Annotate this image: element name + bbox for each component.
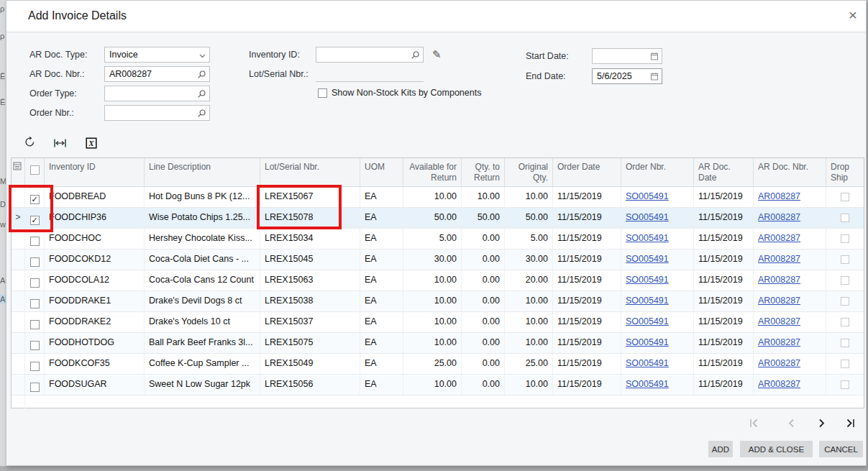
order-nbr-link[interactable]: SO005491 (626, 254, 669, 264)
cell-drop-ship[interactable] (826, 375, 864, 395)
ar-doc-nbr-link[interactable]: AR008287 (758, 379, 800, 389)
lot-serial-input[interactable] (316, 66, 424, 82)
table-row[interactable]: FOODCHOCHershey Chocolate Kiss...LREX150… (12, 229, 864, 250)
order-nbr-link[interactable]: SO005491 (626, 233, 669, 243)
order-type-input[interactable] (104, 86, 210, 101)
col-header-ar-doc-date[interactable]: AR Doc. Date (694, 158, 754, 186)
row-checkbox[interactable] (25, 333, 45, 353)
ar-doc-nbr-link[interactable]: AR008287 (758, 358, 800, 368)
show-non-stock-kits-checkbox[interactable] (318, 88, 327, 98)
col-header-available-for-return[interactable]: Available for Return (403, 158, 462, 186)
row-checkbox[interactable] (25, 354, 45, 374)
svg-text:X: X (88, 139, 94, 147)
ar-doc-nbr-link[interactable]: AR008287 (758, 275, 800, 285)
col-header-ar-doc-nbr[interactable]: AR Doc. Nbr. (754, 158, 826, 186)
order-nbr-link[interactable]: SO005491 (626, 191, 669, 201)
col-header-qty-to-return[interactable]: Qty. to Return (462, 158, 505, 186)
cell-uom: EA (360, 375, 403, 395)
col-header-drop-ship[interactable]: Drop Ship (826, 158, 864, 186)
cell-uom: EA (360, 270, 403, 291)
cell-drop-ship[interactable] (826, 208, 864, 228)
table-row[interactable]: ✓FOODBREADHot Dog Buns 8 PK (12...LREX15… (12, 187, 864, 208)
ar-doc-nbr-link[interactable]: AR008287 (758, 254, 800, 264)
col-header-order-nbr[interactable]: Order Nbr. (621, 158, 694, 186)
export-to-excel-button[interactable]: X (84, 136, 99, 150)
row-checkbox[interactable] (25, 291, 45, 311)
table-row[interactable]: FOODDRAKE2Drake's Yodels 10 ctLREX15037E… (12, 312, 864, 333)
row-checkbox[interactable] (25, 312, 45, 332)
ar-doc-nbr-link[interactable]: AR008287 (758, 337, 800, 347)
col-header-order-date[interactable]: Order Date (553, 158, 621, 186)
table-row[interactable]: FOODDRAKE1Drake's Devil Dogs 8 ctLREX150… (12, 291, 864, 312)
ar-doc-type-select[interactable]: Invoice (104, 47, 210, 63)
row-checkbox[interactable] (25, 250, 45, 270)
col-header-original-qty[interactable]: Original Qty. (505, 158, 553, 186)
table-row[interactable]: >✓FOODCHIP36Wise Potato Chips 1.25...LRE… (12, 208, 864, 229)
ar-doc-nbr-link[interactable]: AR008287 (758, 233, 800, 243)
first-page-button[interactable] (746, 416, 762, 430)
next-page-button[interactable] (813, 416, 829, 430)
cell-drop-ship[interactable] (826, 291, 864, 311)
inventory-id-input[interactable] (316, 47, 424, 63)
refresh-button[interactable] (22, 134, 37, 149)
background-fragment: M (0, 177, 6, 186)
cancel-button[interactable]: CANCEL (819, 441, 863, 457)
col-header-uom[interactable]: UOM (360, 158, 403, 186)
order-nbr-link[interactable]: SO005491 (626, 316, 669, 326)
last-page-button[interactable] (842, 416, 858, 430)
select-all-checkbox[interactable] (25, 158, 45, 186)
start-date-input[interactable] (592, 48, 662, 64)
order-nbr-link[interactable]: SO005491 (626, 275, 669, 285)
cell-drop-ship[interactable] (826, 333, 864, 353)
cell-order-nbr: SO005491 (621, 333, 694, 353)
fit-to-width-button[interactable] (52, 136, 67, 150)
table-row[interactable]: FOODCOKD12Coca-Cola Diet Cans - ...LREX1… (12, 250, 864, 270)
row-checkbox[interactable] (25, 229, 45, 249)
previous-page-icon (785, 417, 798, 429)
add-and-close-button[interactable]: ADD & CLOSE (740, 441, 813, 457)
table-row[interactable]: FOODCOLA12Coca-Cola Cans 12 CountLREX150… (12, 270, 864, 291)
ar-doc-nbr-link[interactable]: AR008287 (758, 316, 800, 326)
order-nbr-link[interactable]: SO005491 (626, 358, 669, 368)
row-checkbox[interactable]: ✓ (25, 208, 45, 228)
show-non-stock-kits-option[interactable]: Show Non-Stock Kits by Components (318, 88, 481, 98)
previous-page-button[interactable] (783, 416, 799, 430)
add-button[interactable]: ADD (708, 441, 733, 457)
order-nbr-link[interactable]: SO005491 (626, 212, 669, 222)
table-row[interactable]: FOODKCOF35Coffee K-Cup Sampler ...LREX15… (12, 354, 864, 375)
cell-drop-ship[interactable] (826, 354, 864, 374)
end-date-input[interactable]: 5/6/2025 (592, 68, 662, 84)
cell-drop-ship[interactable] (826, 250, 864, 270)
order-nbr-input[interactable] (104, 105, 210, 121)
cell-lot-serial-nbr: LREX15063 (260, 270, 360, 291)
grid-settings-icon[interactable] (12, 158, 25, 186)
dialog-title: Add Invoice Details (28, 9, 127, 22)
cell-uom: EA (360, 354, 403, 374)
row-checkbox[interactable] (25, 375, 45, 395)
cell-drop-ship[interactable] (826, 187, 864, 207)
ar-doc-nbr-link[interactable]: AR008287 (758, 212, 800, 222)
order-nbr-link[interactable]: SO005491 (626, 337, 669, 347)
cell-inventory-id: FOODDRAKE2 (45, 312, 145, 332)
cell-drop-ship[interactable] (826, 312, 864, 332)
cell-ar-doc-date: 11/15/2019 (694, 270, 754, 291)
ar-doc-nbr-link[interactable]: AR008287 (758, 191, 800, 201)
col-header-inventory-id[interactable]: Inventory ID (45, 158, 145, 186)
calendar-icon (650, 71, 659, 86)
row-checkbox[interactable] (25, 270, 45, 291)
order-nbr-link[interactable]: SO005491 (626, 296, 669, 306)
ar-doc-nbr-input[interactable]: AR008287 (104, 66, 210, 82)
order-nbr-link[interactable]: SO005491 (626, 379, 669, 389)
cell-drop-ship[interactable] (826, 229, 864, 249)
table-row[interactable]: FOODSUGARSweet N Low Sugar 12pkLREX15056… (12, 375, 864, 395)
cell-original-qty: 25.00 (505, 354, 553, 374)
close-icon[interactable]: × (849, 6, 857, 24)
table-row[interactable]: FOODHOTDOGBall Park Beef Franks 3l...LRE… (12, 333, 864, 354)
row-checkbox[interactable]: ✓ (25, 187, 45, 207)
col-header-line-description[interactable]: Line Description (145, 158, 260, 186)
cell-qty-to-return: 0.00 (462, 312, 505, 332)
ar-doc-nbr-link[interactable]: AR008287 (758, 296, 800, 306)
cell-drop-ship[interactable] (826, 270, 864, 291)
col-header-lot-serial-nbr[interactable]: Lot/Serial Nbr. (260, 158, 360, 186)
pencil-icon[interactable]: ✎ (432, 48, 442, 61)
